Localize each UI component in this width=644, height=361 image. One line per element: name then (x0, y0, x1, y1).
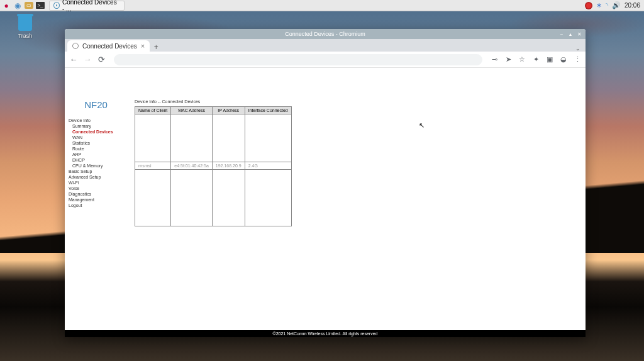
star-icon[interactable]: ☆ (518, 55, 526, 64)
cell-mac: e4:5f:01:40:42:5a (171, 162, 213, 170)
nav-logout[interactable]: Logout (69, 203, 123, 208)
new-tab-button[interactable]: + (150, 43, 162, 52)
nav-voice[interactable]: Voice (69, 186, 123, 191)
nav-cpu-memory[interactable]: CPU & Memory (69, 163, 123, 169)
taskbar-window-label: Connected Devices - ... (62, 0, 120, 13)
th-iface: Interface Connected (245, 107, 291, 114)
clock[interactable]: 20:06 (625, 2, 640, 9)
tab-dropdown-icon[interactable]: ⌄ (570, 45, 586, 52)
profile-icon[interactable]: ◒ (559, 55, 568, 64)
nav-wifi[interactable]: Wi-Fi (69, 180, 123, 186)
window-title: Connected Devices - Chromium (285, 31, 365, 37)
files-launcher-icon[interactable]: ▭ (24, 1, 34, 11)
device-icon[interactable]: ▣ (545, 55, 554, 64)
menu-icon[interactable]: ● (1, 1, 11, 11)
tab-close-icon[interactable]: × (141, 42, 145, 50)
reload-button[interactable]: ⟳ (96, 55, 106, 64)
terminal-launcher-icon[interactable]: >_ (35, 1, 45, 11)
wifi-icon[interactable]: ◝ (606, 1, 608, 9)
record-icon[interactable] (585, 2, 592, 9)
tab-bar: Connected Devices × + ⌄ (65, 39, 586, 52)
trash-desktop-icon[interactable]: Trash (13, 16, 38, 39)
tab-label: Connected Devices (82, 43, 137, 50)
nav-wan[interactable]: WAN (69, 135, 123, 140)
nav-advanced-setup[interactable]: Advanced Setup (69, 174, 123, 180)
sound-icon[interactable]: 🔊 (612, 1, 621, 9)
table-spacer (135, 170, 292, 226)
table-spacer (135, 114, 292, 162)
nav-dhcp[interactable]: DHCP (69, 157, 123, 163)
table-header-row: Name of Client MAC Address IP Address In… (135, 107, 292, 114)
th-ip: IP Address (212, 107, 245, 114)
maximize-button[interactable]: ▴ (567, 30, 574, 38)
close-button[interactable]: ✕ (575, 30, 583, 38)
cell-ip: 192.168.20.9 (212, 162, 245, 170)
router-sidebar: NF20 Device Info Summary Connected Devic… (65, 68, 123, 330)
router-logo: NF20 (69, 99, 123, 118)
th-mac: MAC Address (171, 107, 213, 114)
globe-icon (72, 43, 79, 49)
th-name: Name of Client (135, 107, 171, 114)
page-content: NF20 Device Info Summary Connected Devic… (65, 68, 586, 330)
nav-summary[interactable]: Summary (69, 123, 123, 129)
nav-diagnostics[interactable]: Diagnostics (69, 191, 123, 197)
nav-basic-setup[interactable]: Basic Setup (69, 169, 123, 174)
trash-label: Trash (18, 33, 33, 39)
bluetooth-icon[interactable]: ∗ (596, 1, 602, 9)
send-icon[interactable]: ➤ (504, 55, 513, 64)
nav-statistics[interactable]: Statistics (69, 140, 123, 146)
extensions-icon[interactable]: ✦ (531, 55, 540, 64)
router-main: Device Info -- Connected Devices Name of… (123, 68, 586, 330)
taskbar: ● ◉ ▭ >_ Connected Devices - ... ∗ ◝ 🔊 2… (0, 0, 644, 11)
cell-name: rnsmsi (135, 162, 171, 170)
router-footer: ©2021 NetComm Wireless Limited. All righ… (65, 330, 586, 337)
browser-tab[interactable]: Connected Devices × (67, 40, 150, 52)
table-row: rnsmsi e4:5f:01:40:42:5a 192.168.20.9 2.… (135, 162, 292, 170)
taskbar-window-button[interactable]: Connected Devices - ... (49, 1, 125, 11)
chromium-window: Connected Devices - Chromium − ▴ ✕ Conne… (65, 29, 586, 337)
window-titlebar[interactable]: Connected Devices - Chromium − ▴ ✕ (65, 29, 586, 39)
menu-dots-icon[interactable]: ⋮ (573, 55, 582, 64)
nav-connected-devices[interactable]: Connected Devices (69, 129, 123, 135)
browser-toolbar: ← → ⟳ ⊸ ➤ ☆ ✦ ▣ ◒ ⋮ (65, 52, 586, 68)
minimize-button[interactable]: − (558, 30, 565, 38)
connected-devices-table: Name of Client MAC Address IP Address In… (135, 106, 292, 226)
breadcrumb: Device Info -- Connected Devices (135, 99, 586, 104)
cell-iface: 2.4G (245, 162, 291, 170)
nav-route[interactable]: Route (69, 146, 123, 152)
nav-management[interactable]: Management (69, 197, 123, 203)
chromium-icon (53, 2, 60, 9)
forward-button[interactable]: → (82, 55, 92, 64)
back-button[interactable]: ← (69, 55, 79, 64)
browser-launcher-icon[interactable]: ◉ (13, 1, 23, 11)
address-bar[interactable] (114, 54, 482, 65)
key-icon[interactable]: ⊸ (490, 55, 499, 64)
nav-device-info[interactable]: Device Info (69, 118, 123, 123)
trash-bin-icon (18, 16, 32, 31)
nav-arp[interactable]: ARP (69, 152, 123, 157)
